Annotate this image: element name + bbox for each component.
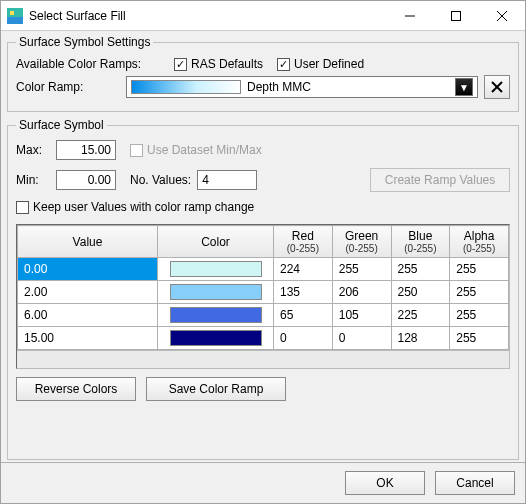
use-dataset-label: Use Dataset Min/Max	[147, 143, 262, 157]
color-ramp-preview	[131, 80, 241, 94]
table-scroll-gutter	[17, 350, 509, 368]
table-cell-blue[interactable]: 255	[391, 258, 450, 281]
surface-symbol-settings-group: Surface Symbol Settings Available Color …	[7, 35, 519, 112]
max-label: Max:	[16, 143, 56, 157]
ras-defaults-checkbox[interactable]	[174, 58, 187, 71]
table-cell-color[interactable]	[158, 281, 274, 304]
color-table: Value Color Red(0-255) Green(0-255) Blue…	[16, 224, 510, 369]
table-cell-blue[interactable]: 250	[391, 281, 450, 304]
available-color-ramps-label: Available Color Ramps:	[16, 57, 174, 71]
keep-values-label: Keep user Values with color ramp change	[33, 200, 254, 214]
color-swatch	[170, 284, 262, 300]
use-dataset-checkbox	[130, 144, 143, 157]
surface-symbol-group: Surface Symbol Max: Use Dataset Min/Max …	[7, 118, 519, 460]
table-row[interactable]: 2.00135206250255	[18, 281, 509, 304]
user-defined-checkbox[interactable]	[277, 58, 290, 71]
table-row[interactable]: 6.0065105225255	[18, 304, 509, 327]
user-defined-label: User Defined	[294, 57, 364, 71]
table-cell-value[interactable]: 2.00	[18, 281, 158, 304]
header-value: Value	[18, 226, 158, 258]
table-cell-red[interactable]: 65	[274, 304, 333, 327]
window-title: Select Surface Fill	[29, 9, 387, 23]
table-cell-alpha[interactable]: 255	[450, 327, 509, 350]
table-cell-alpha[interactable]: 255	[450, 304, 509, 327]
table-cell-red[interactable]: 224	[274, 258, 333, 281]
color-swatch	[170, 330, 262, 346]
header-red: Red(0-255)	[274, 226, 333, 258]
color-ramp-select[interactable]: Depth MMC ▼	[126, 76, 478, 98]
surface-symbol-legend: Surface Symbol	[16, 118, 107, 132]
table-cell-alpha[interactable]: 255	[450, 281, 509, 304]
keep-values-checkbox[interactable]	[16, 201, 29, 214]
table-cell-blue[interactable]: 128	[391, 327, 450, 350]
table-cell-value[interactable]: 15.00	[18, 327, 158, 350]
header-color: Color	[158, 226, 274, 258]
table-cell-blue[interactable]: 225	[391, 304, 450, 327]
table-cell-value[interactable]: 6.00	[18, 304, 158, 327]
color-ramp-label: Color Ramp:	[16, 80, 126, 94]
no-values-input[interactable]	[197, 170, 257, 190]
app-icon	[7, 8, 23, 24]
table-cell-green[interactable]: 0	[332, 327, 391, 350]
table-cell-color[interactable]	[158, 258, 274, 281]
cancel-button[interactable]: Cancel	[435, 471, 515, 495]
ok-button[interactable]: OK	[345, 471, 425, 495]
max-input[interactable]	[56, 140, 116, 160]
table-cell-red[interactable]: 135	[274, 281, 333, 304]
header-blue: Blue(0-255)	[391, 226, 450, 258]
save-color-ramp-button[interactable]: Save Color Ramp	[146, 377, 286, 401]
table-cell-green[interactable]: 255	[332, 258, 391, 281]
minimize-button[interactable]	[387, 1, 433, 31]
header-green: Green(0-255)	[332, 226, 391, 258]
table-cell-green[interactable]: 206	[332, 281, 391, 304]
min-label: Min:	[16, 173, 56, 187]
color-swatch	[170, 307, 262, 323]
color-swatch	[170, 261, 262, 277]
table-cell-alpha[interactable]: 255	[450, 258, 509, 281]
chevron-down-icon[interactable]: ▼	[455, 78, 473, 96]
table-row[interactable]: 0.00224255255255	[18, 258, 509, 281]
table-cell-red[interactable]: 0	[274, 327, 333, 350]
titlebar: Select Surface Fill	[1, 1, 525, 31]
table-cell-green[interactable]: 105	[332, 304, 391, 327]
dialog-footer: OK Cancel	[1, 462, 525, 503]
no-values-label: No. Values:	[130, 173, 191, 187]
svg-rect-1	[7, 17, 23, 24]
table-cell-color[interactable]	[158, 304, 274, 327]
color-ramp-name: Depth MMC	[247, 80, 311, 94]
table-cell-value[interactable]: 0.00	[18, 258, 158, 281]
table-header-row: Value Color Red(0-255) Green(0-255) Blue…	[18, 226, 509, 258]
svg-rect-4	[452, 11, 461, 20]
close-button[interactable]	[479, 1, 525, 31]
table-row[interactable]: 15.0000128255	[18, 327, 509, 350]
header-alpha: Alpha(0-255)	[450, 226, 509, 258]
create-ramp-button: Create Ramp Values	[370, 168, 510, 192]
surface-symbol-settings-legend: Surface Symbol Settings	[16, 35, 153, 49]
reverse-colors-button[interactable]: Reverse Colors	[16, 377, 136, 401]
table-cell-color[interactable]	[158, 327, 274, 350]
window: Select Surface Fill Surface Symbol Setti…	[0, 0, 526, 504]
min-input[interactable]	[56, 170, 116, 190]
maximize-button[interactable]	[433, 1, 479, 31]
svg-rect-2	[10, 11, 14, 15]
clear-ramp-button[interactable]	[484, 75, 510, 99]
ras-defaults-label: RAS Defaults	[191, 57, 263, 71]
